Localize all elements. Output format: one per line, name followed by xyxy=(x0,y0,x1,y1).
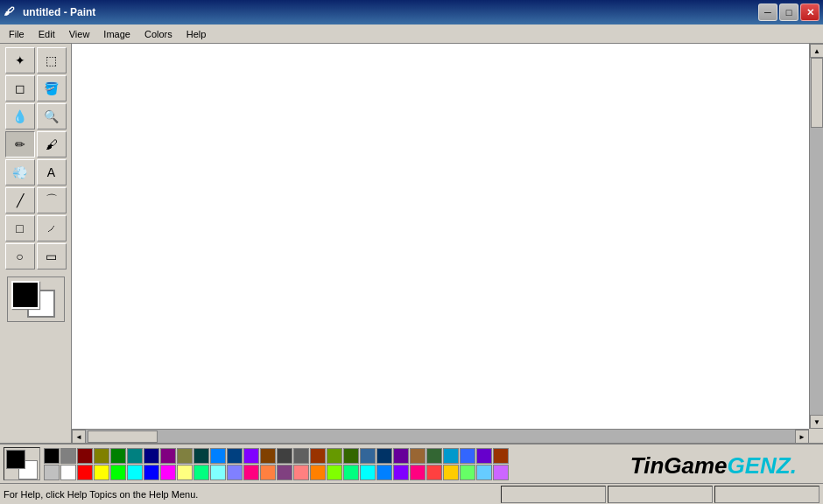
app-icon: 🖌 xyxy=(4,5,18,19)
tool-text[interactable]: A xyxy=(37,159,67,186)
tool-free-select[interactable]: ✦ xyxy=(5,47,35,74)
palette-color-50[interactable] xyxy=(410,465,426,480)
palette-color-11[interactable] xyxy=(227,448,243,464)
menu-item-view[interactable]: View xyxy=(62,27,97,41)
palette-color-12[interactable] xyxy=(243,448,259,464)
menu-item-colors[interactable]: Colors xyxy=(137,27,179,41)
palette-color-20[interactable] xyxy=(376,448,392,464)
tool-rect-select[interactable]: ⬚ xyxy=(37,47,67,74)
palette-color-51[interactable] xyxy=(426,465,442,480)
vertical-scrollbar[interactable]: ▲ ▼ xyxy=(809,44,823,429)
tool-grid: ✦⬚◻🪣💧🔍✏🖌💨A╱⌒□⟋○▭ xyxy=(5,47,67,270)
status-panel-3 xyxy=(714,486,819,503)
tool-pencil[interactable]: ✏ xyxy=(5,131,35,158)
canvas-container[interactable]: ▲ ▼ ◄ ► xyxy=(72,44,823,443)
palette-color-32[interactable] xyxy=(110,465,126,480)
palette-color-0[interactable] xyxy=(44,448,60,464)
tool-curve[interactable]: ⌒ xyxy=(37,187,67,214)
palette-color-46[interactable] xyxy=(343,465,359,480)
tool-eraser[interactable]: ◻ xyxy=(5,75,35,102)
palette-color-35[interactable] xyxy=(160,465,176,480)
palette-color-43[interactable] xyxy=(293,465,309,480)
palette-color-19[interactable] xyxy=(360,448,376,464)
palette-color-1[interactable] xyxy=(60,448,76,464)
horizontal-scrollbar[interactable]: ◄ ► xyxy=(72,429,809,443)
tool-fill[interactable]: 🪣 xyxy=(37,75,67,102)
tool-eyedropper[interactable]: 💧 xyxy=(5,103,35,130)
tool-ellipse[interactable]: ○ xyxy=(5,243,35,270)
palette-color-6[interactable] xyxy=(144,448,159,464)
menu-item-edit[interactable]: Edit xyxy=(32,27,62,41)
palette-color-24[interactable] xyxy=(443,448,459,464)
close-button[interactable]: ✕ xyxy=(800,4,819,21)
palette-color-28[interactable] xyxy=(44,465,60,480)
palette-color-34[interactable] xyxy=(144,465,159,480)
tool-rectangle[interactable]: □ xyxy=(5,215,35,242)
scroll-track-horizontal xyxy=(86,430,795,443)
palette-color-22[interactable] xyxy=(410,448,426,464)
maximize-button[interactable]: □ xyxy=(779,4,798,21)
palette-color-14[interactable] xyxy=(277,448,292,464)
palette-color-49[interactable] xyxy=(393,465,409,480)
tool-polygon[interactable]: ⟋ xyxy=(37,215,67,242)
scroll-up-button[interactable]: ▲ xyxy=(810,44,823,58)
palette-color-4[interactable] xyxy=(110,448,126,464)
palette-color-30[interactable] xyxy=(77,465,93,480)
scroll-down-button[interactable]: ▼ xyxy=(810,415,823,429)
paint-canvas[interactable] xyxy=(72,44,809,429)
tool-magnifier[interactable]: 🔍 xyxy=(37,103,67,130)
scroll-thumb-vertical[interactable] xyxy=(811,58,823,128)
scroll-left-button[interactable]: ◄ xyxy=(72,430,86,443)
palette-color-55[interactable] xyxy=(493,465,509,480)
palette-color-47[interactable] xyxy=(360,465,376,480)
palette-color-54[interactable] xyxy=(476,465,492,480)
palette-color-33[interactable] xyxy=(127,465,143,480)
palette-color-40[interactable] xyxy=(243,465,259,480)
tool-rounded-rect[interactable]: ▭ xyxy=(37,243,67,270)
palette-color-52[interactable] xyxy=(443,465,459,480)
palette-color-39[interactable] xyxy=(227,465,243,480)
window-title: untitled - Paint xyxy=(23,6,95,18)
palette-color-8[interactable] xyxy=(177,448,193,464)
palette-color-7[interactable] xyxy=(160,448,176,464)
palette-color-37[interactable] xyxy=(193,465,209,480)
palette-color-41[interactable] xyxy=(260,465,276,480)
palette-color-2[interactable] xyxy=(77,448,93,464)
menu-item-image[interactable]: Image xyxy=(96,27,137,41)
palette-color-48[interactable] xyxy=(376,465,392,480)
color-preview xyxy=(7,276,65,322)
title-left: 🖌 untitled - Paint xyxy=(4,5,95,19)
scroll-thumb-horizontal[interactable] xyxy=(88,430,158,443)
palette-color-31[interactable] xyxy=(94,465,109,480)
palette-color-44[interactable] xyxy=(310,465,326,480)
palette-color-16[interactable] xyxy=(310,448,326,464)
palette-foreground-color[interactable] xyxy=(6,450,25,469)
palette-color-29[interactable] xyxy=(60,465,76,480)
palette-color-25[interactable] xyxy=(460,448,475,464)
palette-color-45[interactable] xyxy=(327,465,342,480)
scroll-right-button[interactable]: ► xyxy=(795,430,809,443)
palette-color-3[interactable] xyxy=(94,448,109,464)
menu-item-help[interactable]: Help xyxy=(179,27,214,41)
palette-color-27[interactable] xyxy=(493,448,509,464)
palette-color-23[interactable] xyxy=(426,448,442,464)
palette-color-18[interactable] xyxy=(343,448,359,464)
palette-color-10[interactable] xyxy=(210,448,226,464)
palette-color-53[interactable] xyxy=(460,465,475,480)
palette-color-42[interactable] xyxy=(277,465,292,480)
palette-color-36[interactable] xyxy=(177,465,193,480)
palette-color-9[interactable] xyxy=(193,448,209,464)
palette-color-17[interactable] xyxy=(327,448,342,464)
tool-airbrush[interactable]: 💨 xyxy=(5,159,35,186)
palette-color-38[interactable] xyxy=(210,465,226,480)
title-bar: 🖌 untitled - Paint ─ □ ✕ xyxy=(0,0,823,24)
palette-color-13[interactable] xyxy=(260,448,276,464)
palette-color-26[interactable] xyxy=(476,448,492,464)
palette-color-5[interactable] xyxy=(127,448,143,464)
tool-brush[interactable]: 🖌 xyxy=(37,131,67,158)
menu-item-file[interactable]: File xyxy=(2,27,32,41)
palette-color-21[interactable] xyxy=(393,448,409,464)
tool-line[interactable]: ╱ xyxy=(5,187,35,214)
minimize-button[interactable]: ─ xyxy=(758,4,777,21)
palette-color-15[interactable] xyxy=(293,448,309,464)
